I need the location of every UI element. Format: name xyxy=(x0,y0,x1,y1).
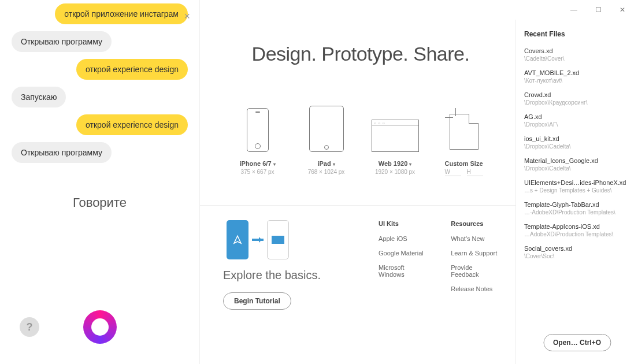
ui-kit-link[interactable]: Apple iOS xyxy=(379,235,428,242)
preset-row: iPhone 6/7▾ 375 × 667 px iPad▾ 768 × 102… xyxy=(223,100,498,176)
preset-web[interactable]: ○ ○ ○ Web 1920▾ 1920 × 1080 px xyxy=(366,100,424,176)
page-icon xyxy=(450,114,478,150)
chevron-down-icon[interactable]: ▾ xyxy=(409,162,411,167)
close-button[interactable]: ✕ xyxy=(610,2,635,18)
minimize-button[interactable]: — xyxy=(562,2,586,18)
main-area: Design. Prototype. Share. iPhone 6/7▾ 37… xyxy=(200,20,515,364)
chat-msg-bot: Открываю программу xyxy=(12,142,112,163)
tutorial-phone-ghost-icon xyxy=(267,220,289,259)
recent-file[interactable]: Social_covers.xd\Cover\Soc\ xyxy=(524,245,630,259)
custom-size-inputs[interactable]: WH xyxy=(435,169,492,176)
preset-dims: 375 × 667 px xyxy=(229,169,286,175)
chevron-down-icon[interactable]: ▾ xyxy=(273,162,276,167)
ui-kit-link[interactable]: Microsoft Windows xyxy=(379,264,428,278)
help-button[interactable]: ? xyxy=(20,317,39,337)
tutorial-title: Explore the basics. xyxy=(223,269,379,282)
tutorial-section: Explore the basics. Begin Tutorial xyxy=(223,220,379,310)
titlebar: — ☐ ✕ xyxy=(200,0,638,20)
recent-file[interactable]: UIElements+Desi…ides-iPhoneX.xd…s + Desi… xyxy=(524,179,630,194)
headline: Design. Prototype. Share. xyxy=(223,43,498,65)
tutorial-graphic xyxy=(227,220,379,259)
begin-tutorial-button[interactable]: Begin Tutorial xyxy=(223,292,291,310)
chat-msg-user: открой experience design xyxy=(76,114,188,135)
preset-ipad[interactable]: iPad▾ 768 × 1024 px xyxy=(298,100,355,176)
resources-column: Resources What's New Learn & Support Pro… xyxy=(451,220,498,310)
resource-link[interactable]: What's New xyxy=(451,235,498,242)
close-icon[interactable]: × xyxy=(184,10,190,23)
chat-msg-user: открой приложение инстаграм xyxy=(55,3,188,24)
tablet-icon xyxy=(309,106,344,152)
resource-link[interactable]: Provide Feedback xyxy=(451,264,498,278)
preset-iphone[interactable]: iPhone 6/7▾ 375 × 667 px xyxy=(229,100,286,176)
voice-ring-icon[interactable] xyxy=(83,310,117,344)
resource-link[interactable]: Learn & Support xyxy=(451,250,498,257)
resources-heading: Resources xyxy=(451,220,498,227)
recent-heading: Recent Files xyxy=(524,30,630,38)
maximize-button[interactable]: ☐ xyxy=(586,2,610,18)
tutorial-phone-icon xyxy=(227,220,248,259)
chat-msg-user: открой experience design xyxy=(76,59,188,80)
chat-msg-bot: Запускаю xyxy=(12,87,66,107)
preset-dims: 768 × 1024 px xyxy=(298,169,355,175)
recent-file[interactable]: Template-AppIcons-iOS.xd…AdobeXD\Product… xyxy=(524,223,630,237)
recent-file[interactable]: AVT_MOBILE_2.xd\Кот-лукот\avt\ xyxy=(524,69,630,84)
chat-log: открой приложение инстаграм Открываю про… xyxy=(12,0,188,166)
preset-dims: 1920 × 1080 px xyxy=(366,169,424,175)
xd-window: — ☐ ✕ Design. Prototype. Share. iPhone 6… xyxy=(199,0,638,364)
recent-file[interactable]: Template-Glyph-TabBar.xd…-AdobeXD\Produc… xyxy=(524,201,630,216)
assistant-panel: × открой приложение инстаграм Открываю п… xyxy=(0,0,199,364)
resource-link[interactable]: Release Notes xyxy=(451,285,498,292)
ui-kits-heading: UI Kits xyxy=(379,220,428,227)
open-button[interactable]: Open… Ctrl+O xyxy=(543,334,611,351)
recent-file[interactable]: ios_ui_kit.xd\Dropbox\Cadelta\ xyxy=(524,135,630,150)
arrow-icon xyxy=(252,239,264,241)
recent-file[interactable]: Covers.xd\Cadelta\Cover\ xyxy=(524,47,630,62)
chat-msg-bot: Открываю программу xyxy=(12,31,112,52)
ui-kit-link[interactable]: Google Material xyxy=(379,250,428,257)
recent-file[interactable]: AG.xd\Dropbox\АГ\ xyxy=(524,113,630,128)
preset-custom[interactable]: Custom Size WH xyxy=(435,100,492,176)
recent-file[interactable]: Crowd.xd\Dropbox\Краудсорсинг\ xyxy=(524,91,630,106)
recent-file[interactable]: Material_Icons_Google.xd\Dropbox\Cadelta… xyxy=(524,157,630,172)
recent-files-panel: Recent Files Covers.xd\Cadelta\Cover\ AV… xyxy=(515,20,638,364)
ui-kits-column: UI Kits Apple iOS Google Material Micros… xyxy=(379,220,428,310)
browser-icon: ○ ○ ○ xyxy=(372,120,419,152)
chevron-down-icon[interactable]: ▾ xyxy=(333,162,335,167)
phone-icon xyxy=(247,108,269,152)
speak-prompt: Говорите xyxy=(12,195,188,210)
